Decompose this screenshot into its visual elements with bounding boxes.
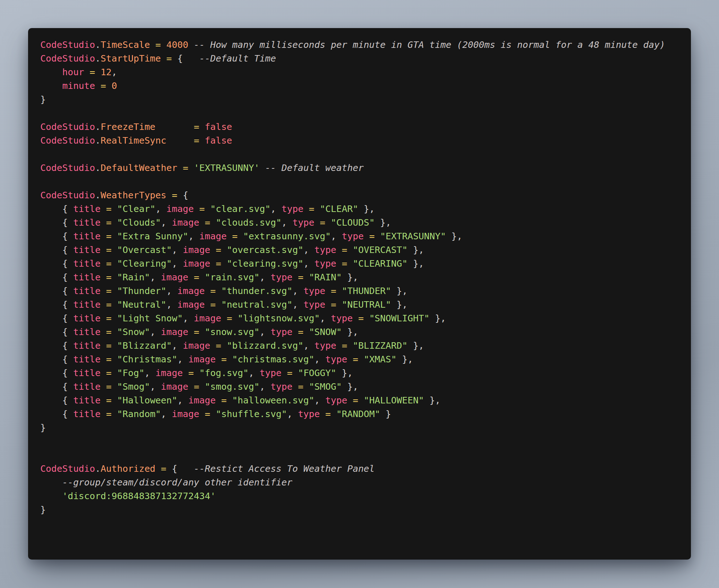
token-punctuation <box>238 231 243 241</box>
token-punctuation <box>112 354 117 365</box>
token-punctuation <box>112 204 117 214</box>
token-punctuation <box>364 231 369 241</box>
token-string: "THUNDER" <box>342 286 391 296</box>
token-operator: = <box>216 245 221 255</box>
token-punctuation <box>155 463 161 474</box>
token-operator: = <box>106 299 112 310</box>
token-punctuation <box>177 163 183 173</box>
token-punctuation <box>364 313 369 324</box>
token-punctuation <box>101 327 106 337</box>
token-punctuation: { <box>40 272 73 282</box>
token-punctuation: . <box>95 190 100 200</box>
token-string: "CLEAR" <box>320 204 358 214</box>
token-punctuation: , <box>287 409 298 419</box>
token-operator: = <box>90 67 95 77</box>
code-line: CodeStudio.TimeScale = 4000 -- How many … <box>40 38 673 52</box>
code-line: { title = "Clouds", image = "clouds.svg"… <box>40 216 673 230</box>
token-punctuation <box>101 272 106 282</box>
token-key: image <box>188 395 216 406</box>
token-punctuation <box>112 245 117 255</box>
code-line: { title = "Fog", image = "fog.svg", type… <box>40 366 673 380</box>
token-punctuation: { <box>40 258 73 269</box>
token-key: type <box>315 245 336 255</box>
token-punctuation: , <box>161 409 172 419</box>
token-punctuation <box>303 327 309 337</box>
token-operator: = <box>342 258 347 269</box>
token-punctuation <box>221 313 227 324</box>
token-punctuation <box>112 368 117 378</box>
token-punctuation <box>112 327 117 337</box>
token-operator: = <box>298 272 303 282</box>
token-punctuation: }, <box>342 272 358 282</box>
token-punctuation: , <box>271 204 281 214</box>
token-string: "Fog" <box>117 368 144 378</box>
token-punctuation: }, <box>424 395 440 406</box>
token-punctuation <box>353 313 358 324</box>
token-punctuation <box>216 354 221 365</box>
token-operator: = <box>194 122 199 132</box>
token-string: "clouds.svg" <box>216 217 281 228</box>
token-punctuation <box>199 381 205 392</box>
token-punctuation: , <box>172 245 183 255</box>
token-string: "rain.svg" <box>205 272 259 282</box>
token-punctuation <box>101 286 106 296</box>
token-punctuation <box>112 231 117 241</box>
token-punctuation: , <box>166 299 177 310</box>
token-string: 'EXTRASUNNY' <box>194 163 259 173</box>
token-operator: = <box>106 381 112 392</box>
code-line: { title = "Snow", image = "snow.svg", ty… <box>40 325 673 339</box>
token-punctuation <box>199 409 205 419</box>
token-key: image <box>199 231 227 241</box>
code-line: { title = "Blizzard", image = "blizzard.… <box>40 339 673 353</box>
token-punctuation: , <box>293 299 303 310</box>
token-punctuation <box>112 395 117 406</box>
token-punctuation <box>232 313 238 324</box>
token-number: 0 <box>112 81 117 91</box>
token-punctuation <box>112 272 117 282</box>
token-punctuation <box>112 299 117 310</box>
token-punctuation <box>112 381 117 392</box>
token-string: "OVERCAST" <box>353 245 407 255</box>
token-key: type <box>303 299 325 310</box>
code-line: hour = 12, <box>40 65 673 79</box>
token-punctuation <box>188 381 194 392</box>
token-punctuation: { <box>40 327 73 337</box>
token-key: image <box>183 340 210 351</box>
token-punctuation <box>216 286 221 296</box>
code-line: { title = "Christmas", image = "christma… <box>40 353 673 366</box>
token-punctuation <box>101 368 106 378</box>
token-punctuation <box>347 354 353 365</box>
token-punctuation <box>336 340 342 351</box>
token-punctuation <box>40 491 62 501</box>
token-string: "XMAS" <box>364 354 397 365</box>
token-operator: = <box>161 463 166 474</box>
token-key: image <box>166 204 194 214</box>
token-punctuation: , <box>177 354 188 365</box>
token-key: image <box>177 299 205 310</box>
token-string: "Clear" <box>117 204 155 214</box>
code-line: { title = "Clear", image = "clear.svg", … <box>40 202 673 216</box>
token-string: "Neutral" <box>117 299 166 310</box>
token-property: Authorized <box>101 463 155 474</box>
token-punctuation <box>227 354 232 365</box>
token-punctuation <box>210 258 216 269</box>
token-punctuation <box>205 204 210 214</box>
token-punctuation: { <box>40 286 73 296</box>
token-punctuation <box>95 67 100 77</box>
token-string: "FOGGY" <box>298 368 336 378</box>
token-punctuation: }, <box>358 204 375 214</box>
token-punctuation: , <box>155 204 166 214</box>
token-key: title <box>73 409 100 419</box>
token-key: image <box>161 272 188 282</box>
token-punctuation: { <box>40 409 73 419</box>
token-punctuation <box>315 217 320 228</box>
token-punctuation <box>210 340 216 351</box>
token-key: CodeStudio <box>40 190 95 200</box>
token-punctuation: , <box>259 327 270 337</box>
token-key: image <box>155 368 183 378</box>
token-boolean: false <box>205 122 232 132</box>
token-comment: --group/steam/discord/any other identifi… <box>62 477 293 488</box>
token-key: title <box>73 327 100 337</box>
token-punctuation <box>155 122 194 132</box>
token-punctuation: }, <box>408 245 424 255</box>
